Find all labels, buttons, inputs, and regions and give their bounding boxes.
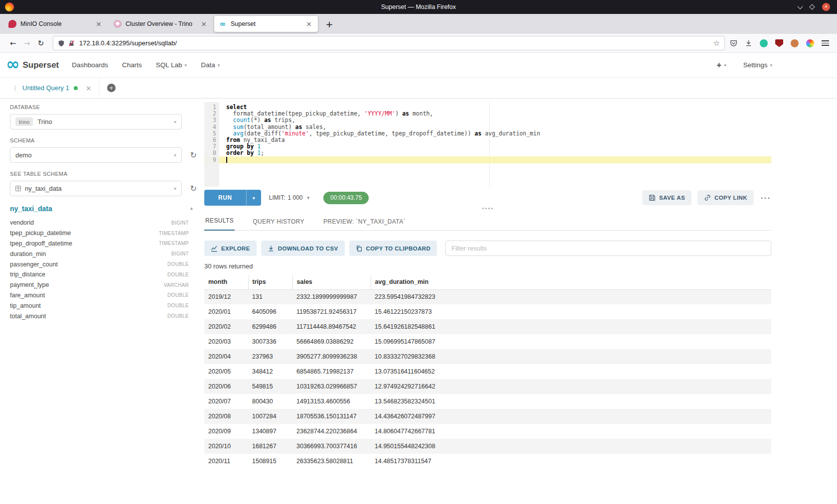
nav-sqllab[interactable]: SQL Lab▾ [156, 61, 187, 69]
table-cell: 13.073516411604652 [371, 364, 771, 379]
download-icon [268, 245, 275, 252]
database-value: Trino [37, 118, 52, 126]
tab-close-icon[interactable]: × [94, 20, 103, 28]
downloads-icon[interactable] [745, 39, 752, 47]
table-cell: 6854865.719982137 [292, 364, 371, 379]
collapse-table-icon[interactable]: ▾ [190, 206, 193, 212]
forward-button[interactable]: → [20, 36, 34, 50]
query-tab-close-icon[interactable]: × [86, 84, 92, 92]
tab-close-icon[interactable]: × [199, 20, 208, 28]
superset-logo-icon[interactable]: ∞ [6, 56, 20, 72]
table-cell: 131 [248, 289, 292, 304]
refresh-schema-icon[interactable]: ↻ [190, 151, 197, 159]
table-column-row[interactable]: payment_typeVARCHAR [10, 280, 189, 290]
results-table-viewport[interactable]: monthtripssalesavg_duration_min 2019/121… [204, 275, 771, 465]
browser-tab[interactable]: ∞Superset× [214, 16, 318, 32]
run-options-caret[interactable]: ▾ [246, 190, 261, 206]
table-cell: 2020/08 [204, 409, 248, 424]
explore-button[interactable]: EXPLORE [204, 241, 257, 256]
copy-link-button[interactable]: COPY LINK [698, 190, 754, 205]
database-select[interactable]: trino Trino ▾ [10, 114, 182, 129]
extension-icon-orange[interactable] [791, 39, 799, 47]
back-button[interactable]: ← [6, 36, 20, 50]
menu-icon[interactable] [822, 40, 829, 46]
code-line: group by 1 [226, 143, 771, 150]
table-cell: 2332.1899999999987 [292, 289, 371, 304]
table-column-row[interactable]: fare_amountDOUBLE [10, 290, 189, 301]
browser-tab[interactable]: Cluster Overview - Trino× [109, 16, 213, 32]
insecure-lock-icon[interactable] [68, 40, 75, 47]
superset-brand[interactable]: Superset [23, 60, 59, 70]
nav-dashboards[interactable]: Dashboards [72, 61, 108, 69]
chart-icon [211, 245, 218, 252]
window-minimize-icon[interactable] [797, 3, 803, 9]
bookmark-star-icon[interactable]: ☆ [713, 39, 720, 48]
pocket-icon[interactable] [730, 39, 737, 47]
column-type: BIGINT [171, 220, 189, 226]
url-text[interactable]: 172.18.0.4:32295/superset/sqllab/ [79, 39, 710, 47]
run-button[interactable]: RUN ▾ [204, 190, 261, 206]
table-name-link[interactable]: ny_taxi_data [10, 205, 52, 213]
table-column-row[interactable]: tpep_pickup_datetimeTIMESTAMP [10, 228, 189, 239]
extension-icon-colorful[interactable] [806, 39, 814, 47]
chevron-down-icon: ▾ [185, 63, 187, 68]
table-column-row[interactable]: tip_amountDOUBLE [10, 300, 189, 311]
url-bar[interactable]: 172.18.0.4:32295/superset/sqllab/ ☆ [53, 36, 725, 50]
table-row: 2020/0780043014913153.460055613.54682358… [204, 394, 771, 409]
query-tab-bar: ⋮ Untitled Query 1 × + [0, 78, 837, 99]
results-tab[interactable]: QUERY HISTORY [252, 218, 305, 231]
results-column-header[interactable]: avg_duration_min [371, 275, 771, 289]
nav-data[interactable]: Data▾ [201, 61, 220, 69]
more-options-icon[interactable]: ··· [761, 194, 771, 202]
table-column-row[interactable]: trip_distanceDOUBLE [10, 269, 189, 280]
table-column-row[interactable]: tpep_dropoff_datetimeTIMESTAMP [10, 239, 189, 249]
nav-charts[interactable]: Charts [122, 61, 142, 69]
window-close-icon[interactable]: × [822, 3, 830, 11]
column-name: payment_type [10, 281, 49, 288]
tracking-shield-icon[interactable] [58, 40, 65, 47]
query-tab[interactable]: ⋮ Untitled Query 1 × [10, 78, 99, 98]
table-row: 2019/121312332.1899999999987223.59541984… [204, 289, 771, 304]
table-select[interactable]: ny_taxi_data ▾ [10, 181, 182, 196]
schema-select[interactable]: demo ▾ [10, 147, 182, 163]
header-right: +▾ Settings▾ [716, 60, 772, 70]
tab-close-icon[interactable]: × [304, 20, 313, 28]
database-type-badge: trino [15, 118, 33, 126]
window-maximize-icon[interactable] [809, 4, 815, 9]
download-csv-button[interactable]: DOWNLOAD TO CSV [261, 241, 345, 256]
table-column-row[interactable]: duration_minBIGINT [10, 249, 189, 259]
add-query-tab-button[interactable]: + [107, 84, 116, 92]
limit-dropdown[interactable]: LIMIT: 1 000 ▾ [269, 194, 309, 201]
settings-menu[interactable]: Settings▾ [743, 61, 772, 69]
results-column-header[interactable]: sales [292, 275, 371, 289]
results-actions: EXPLORE DOWNLOAD TO CSV COPY TO CLIPBOAR… [204, 241, 771, 256]
browser-tab[interactable]: MinIO Console× [4, 16, 108, 32]
results-table-body: 2019/121312332.1899999999987223.59541984… [204, 289, 771, 465]
column-name: tpep_pickup_datetime [10, 230, 71, 237]
filter-results-input[interactable] [445, 241, 771, 256]
reload-button[interactable]: ↻ [34, 36, 48, 50]
table-cell: 14.436426072487997 [371, 409, 771, 424]
query-tab-label: Untitled Query 1 [22, 84, 69, 92]
table-column-row[interactable]: total_amountDOUBLE [10, 311, 189, 321]
refresh-table-icon[interactable]: ↻ [190, 185, 197, 193]
table-column-row[interactable]: passenger_countDOUBLE [10, 259, 189, 269]
editor-code[interactable]: select format_datetime(tpep_pickup_datet… [219, 102, 771, 163]
new-tab-button[interactable]: + [322, 17, 336, 31]
results-column-header[interactable]: month [204, 275, 248, 289]
table-cell: 10319263.029966857 [292, 379, 371, 394]
pane-resize-handle-icon[interactable] [482, 207, 493, 210]
editor-gutter: 123456789 [204, 102, 219, 187]
save-as-button[interactable]: SAVE AS [642, 190, 692, 205]
table-column-row[interactable]: vendoridBIGINT [10, 218, 189, 228]
extension-icon-green[interactable] [760, 39, 768, 47]
results-tab[interactable]: RESULTS [204, 217, 235, 231]
results-tab[interactable]: PREVIEW: `NY_TAXI_DATA` [322, 218, 407, 231]
results-column-header[interactable]: trips [248, 275, 292, 289]
copy-clipboard-button[interactable]: COPY TO CLIPBOARD [349, 241, 437, 256]
column-type: TIMESTAMP [159, 241, 189, 246]
ublock-extension-icon[interactable] [775, 39, 783, 47]
table-cell: 13.546823582324501 [371, 394, 771, 409]
sql-editor[interactable]: 123456789 select format_datetime(tpep_pi… [204, 102, 771, 187]
add-menu[interactable]: +▾ [716, 60, 726, 70]
